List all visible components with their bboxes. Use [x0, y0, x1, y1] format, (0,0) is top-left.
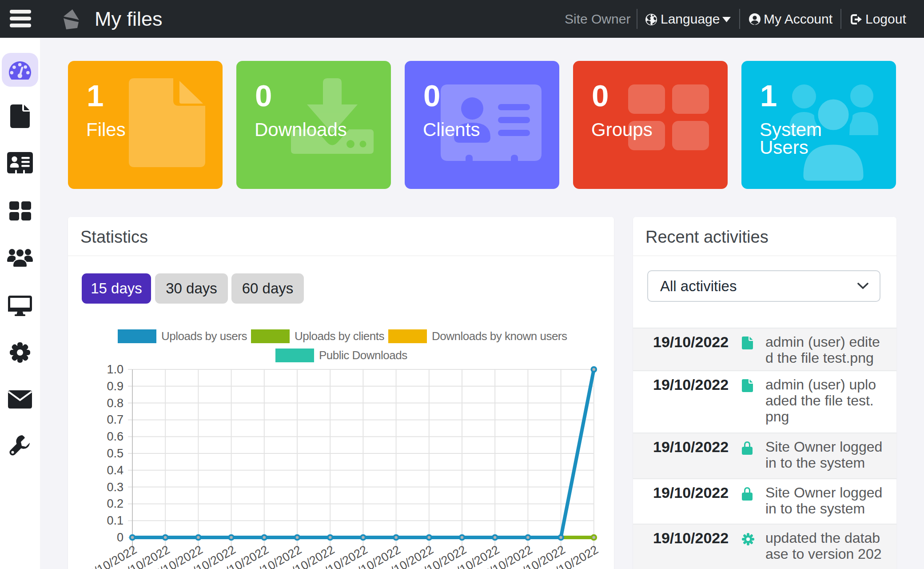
svg-text:1.0: 1.0 [107, 363, 123, 376]
svg-text:0.6: 0.6 [107, 430, 123, 443]
svg-text:0.7: 0.7 [107, 413, 123, 426]
svg-text:0.1: 0.1 [107, 514, 123, 527]
svg-text:0.2: 0.2 [107, 497, 123, 510]
svg-text:0.8: 0.8 [107, 397, 123, 410]
svg-text:0.9: 0.9 [107, 380, 123, 393]
svg-text:0: 0 [117, 531, 123, 544]
svg-text:0.5: 0.5 [107, 447, 123, 460]
svg-text:0.3: 0.3 [107, 481, 123, 494]
svg-text:0.4: 0.4 [107, 464, 123, 477]
